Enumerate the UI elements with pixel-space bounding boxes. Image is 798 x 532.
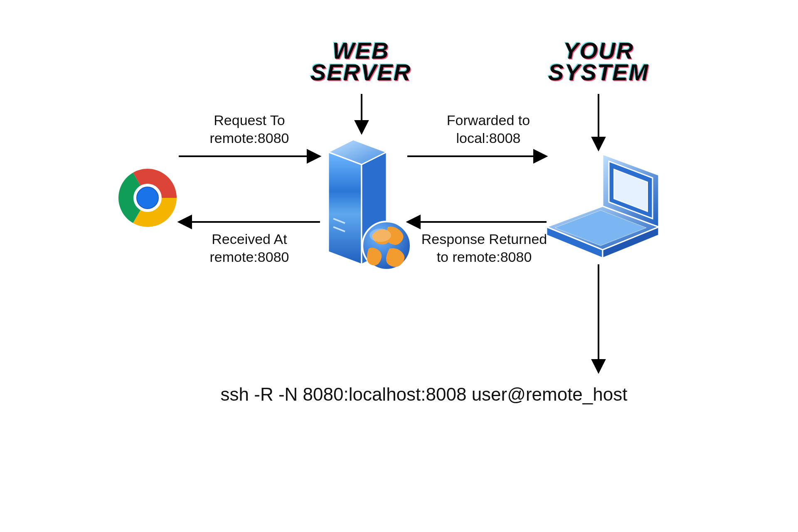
server-icon	[328, 140, 411, 270]
svg-point-10	[369, 229, 391, 242]
diagram-svg	[116, 40, 693, 418]
laptop-icon	[547, 154, 659, 258]
svg-marker-5	[328, 152, 362, 264]
chrome-icon	[116, 158, 184, 236]
